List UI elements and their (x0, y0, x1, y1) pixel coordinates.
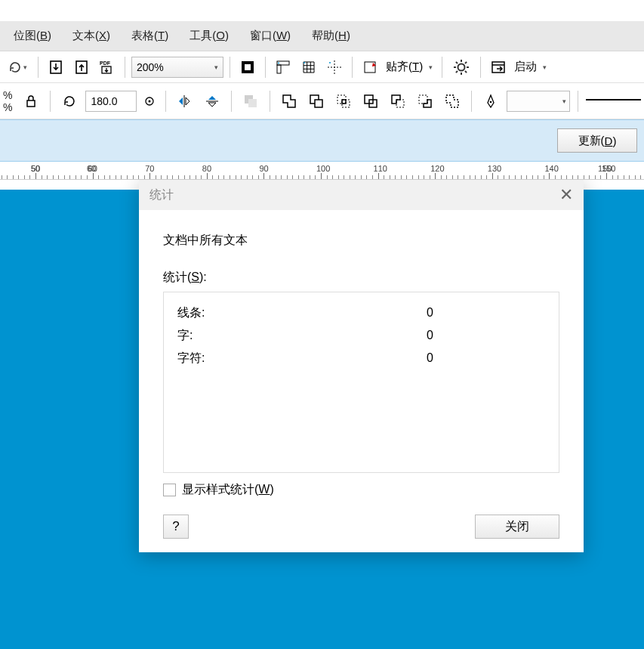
snap-label[interactable]: 贴齐(T) (386, 60, 423, 74)
percent-labels: % % (3, 89, 12, 113)
flip-vertical-icon[interactable] (201, 90, 223, 113)
canvas-area: 统计 ✕ 文档中所有文本 统计(S): 线条:0 字:0 字符:0 显示样式统计… (0, 180, 644, 649)
combine-front-minus-back-icon[interactable] (387, 90, 409, 113)
combine-trim-icon[interactable] (305, 90, 328, 113)
menubar: 位图(B) 文本(X) 表格(T) 工具(O) 窗口(W) 帮助(H) (0, 21, 644, 51)
ruler: 50 60 150 5060708090100110120130140150 (0, 162, 644, 180)
line-style-preview[interactable] (586, 99, 641, 108)
options-icon[interactable] (448, 56, 474, 79)
grid-icon[interactable] (297, 56, 320, 79)
combine-boundary-icon[interactable] (441, 90, 464, 113)
snap-toggle-icon[interactable] (359, 56, 381, 79)
svg-rect-20 (315, 100, 322, 107)
guides-icon[interactable] (323, 56, 346, 79)
svg-rect-23 (342, 100, 346, 104)
refresh-dropdown-icon[interactable]: ▾ (3, 56, 32, 79)
rulers-icon[interactable] (272, 56, 294, 79)
list-item: 字:0 (177, 324, 545, 347)
statistics-dialog: 统计 ✕ 文档中所有文本 统计(S): 线条:0 字:0 字符:0 显示样式统计… (139, 180, 584, 552)
lock-icon[interactable] (20, 90, 42, 113)
close-button[interactable]: 关闭 (475, 515, 559, 539)
svg-rect-14 (27, 100, 35, 107)
svg-rect-18 (248, 99, 257, 107)
outline-width-select[interactable]: ▾ (507, 91, 570, 112)
show-style-stats-label: 显示样式统计(W) (182, 482, 274, 498)
pdf-icon[interactable]: PDF (96, 56, 119, 79)
menu-table[interactable]: 表格(T) (131, 29, 168, 43)
rotation-input[interactable] (85, 91, 137, 112)
rotate-icon[interactable] (58, 90, 81, 113)
stat-listbox[interactable]: 线条:0 字:0 字符:0 (163, 292, 559, 473)
svg-point-16 (149, 100, 151, 102)
duplicate-icon[interactable] (239, 90, 262, 113)
svg-rect-26 (396, 100, 404, 107)
combine-simplify-icon[interactable] (359, 90, 382, 113)
fullscreen-icon[interactable] (236, 56, 259, 79)
list-item: 线条:0 (177, 301, 545, 324)
launch-icon[interactable] (487, 56, 510, 79)
zoom-value: 200% (137, 61, 164, 73)
update-button[interactable]: 更新(D) (557, 128, 637, 153)
svg-rect-5 (245, 64, 251, 70)
menu-bitmap[interactable]: 位图(B) (14, 29, 51, 43)
combine-intersect-icon[interactable] (332, 90, 355, 113)
toolbar-2: % % ▾ (0, 83, 644, 119)
svg-text:PDF: PDF (100, 60, 111, 66)
import-icon[interactable] (45, 56, 67, 79)
flip-horizontal-icon[interactable] (174, 90, 196, 113)
show-style-stats-checkbox[interactable] (163, 484, 176, 496)
svg-point-9 (304, 62, 305, 63)
update-band: 更新(D) (0, 119, 644, 162)
list-item: 字符:0 (177, 347, 545, 369)
svg-point-12 (458, 63, 465, 70)
menu-tools[interactable]: 工具(O) (190, 29, 229, 43)
menu-help[interactable]: 帮助(H) (312, 29, 350, 43)
launch-label[interactable]: 启动 (514, 60, 537, 74)
svg-rect-27 (419, 95, 427, 104)
menu-text[interactable]: 文本(X) (72, 29, 110, 43)
close-icon[interactable]: ✕ (559, 185, 573, 205)
section-caption: 文档中所有文本 (163, 233, 559, 249)
svg-point-28 (490, 100, 492, 103)
export-icon[interactable] (70, 56, 93, 79)
combine-weld-icon[interactable] (278, 90, 300, 113)
svg-point-8 (278, 62, 279, 63)
zoom-select[interactable]: 200% ▾ (131, 57, 223, 78)
svg-rect-7 (277, 65, 281, 73)
pen-tool-icon[interactable] (479, 90, 502, 113)
help-button[interactable]: ? (163, 515, 189, 539)
svg-rect-13 (492, 62, 504, 73)
combine-back-minus-front-icon[interactable] (414, 90, 436, 113)
toolbar-1: ▾ PDF 200% ▾ 贴齐(T) ▾ 启动 ▾ (0, 51, 644, 83)
dialog-title: 统计 (149, 187, 174, 203)
menu-window[interactable]: 窗口(W) (250, 29, 291, 43)
rotation-center-icon[interactable] (141, 90, 158, 113)
stat-label: 统计(S): (163, 270, 559, 286)
svg-point-10 (329, 62, 331, 63)
